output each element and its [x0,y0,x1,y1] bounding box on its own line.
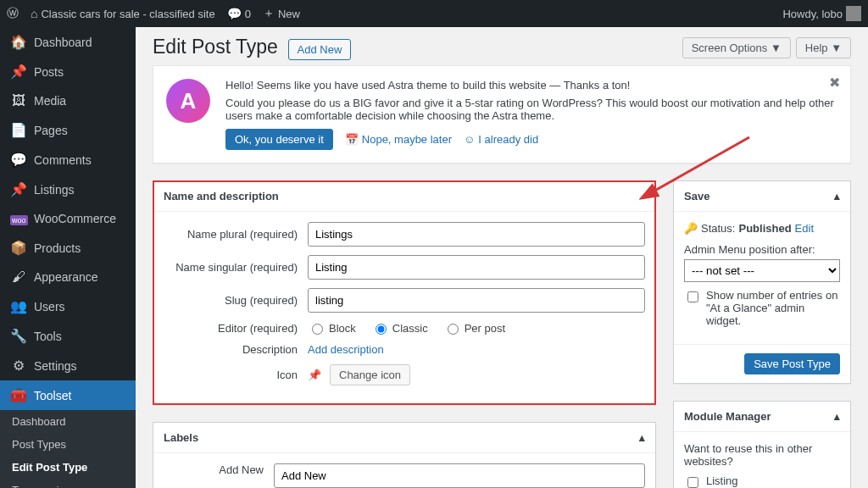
menu-icon: 🧰 [10,387,27,403]
pushpin-icon: 📌 [308,369,321,381]
sidebar-item-posts[interactable]: 📌Posts [0,57,136,86]
astra-notice: A Hello! Seems like you have used Astra … [153,65,851,164]
add-new-label: Add New [164,463,274,476]
editor-radio-block[interactable]: Block [308,321,356,335]
module-reuse-text: Want to reuse this in other websites? [684,442,840,468]
labels-panel: Labels▴ Add New The add new text. The de… [153,422,656,488]
notice-later-link[interactable]: 📅 Nope, maybe later [345,133,452,146]
panel-heading: Module Manager [684,410,771,423]
sidebar-item-users[interactable]: 👥Users [0,291,136,321]
menu-icon: woo [10,211,27,226]
editor-label: Editor (required) [164,322,308,335]
new-link[interactable]: ＋New [263,6,300,21]
sidebar-item-toolset[interactable]: 🧰Toolset [0,380,136,410]
menu-icon: 🔧 [10,328,27,344]
menu-position-select[interactable]: --- not set --- [684,259,840,282]
status-label: Status: [701,222,735,235]
menu-icon: 📌 [10,181,27,197]
menu-icon: 📄 [10,122,27,138]
editor-radio-classic[interactable]: Classic [371,321,428,335]
sidebar-item-products[interactable]: 📦Products [0,233,136,263]
comments-link[interactable]: 💬0 [227,7,251,20]
sidebar-item-comments[interactable]: 💬Comments [0,145,136,175]
notice-ok-button[interactable]: Ok, you deserve it [225,129,333,150]
add-description-link[interactable]: Add description [308,343,384,356]
menu-icon: 💬 [10,152,27,168]
singular-label: Name singular (required) [164,261,308,274]
plural-input[interactable] [308,222,645,247]
screen-options-button[interactable]: Screen Options ▼ [682,37,791,58]
submenu-taxonomies[interactable]: Taxonomies [0,479,136,488]
panel-heading: Name and description [164,190,279,202]
icon-label: Icon [164,369,308,381]
sidebar-item-media[interactable]: 🖼Media [0,86,136,115]
at-a-glance-checkbox[interactable] [687,291,698,302]
slug-label: Slug (required) [164,294,308,307]
sidebar-item-dashboard[interactable]: 🏠Dashboard [0,27,136,57]
add-new-button[interactable]: Add New [288,39,352,60]
menu-icon: 🖼 [10,93,27,108]
description-label: Description [164,343,308,356]
menu-icon: ⚙ [10,358,27,374]
notice-done-link[interactable]: ☺ I already did [464,133,538,146]
sidebar-item-pages[interactable]: 📄Pages [0,115,136,145]
module-listing-checkbox[interactable] [687,477,698,488]
site-link[interactable]: ⌂Classic cars for sale - classified site [31,7,215,20]
change-icon-button[interactable]: Change icon [330,364,410,385]
panel-heading: Labels [164,431,198,444]
submenu-dashboard[interactable]: Dashboard [0,410,136,433]
toggle-icon[interactable]: ▴ [834,410,840,423]
notice-line2: Could you please do us a BIG favor and g… [225,97,837,122]
submenu-post-types[interactable]: Post Types [0,433,136,456]
sidebar-item-appearance[interactable]: 🖌Appearance [0,263,136,291]
menu-icon: 📌 [10,64,27,80]
submenu-edit-post-type[interactable]: Edit Post Type [0,456,136,479]
page-title: Edit Post Type [153,36,278,58]
sidebar-item-listings[interactable]: 📌Listings [0,175,136,204]
help-button[interactable]: Help ▼ [796,37,851,58]
edit-status-link[interactable]: Edit [795,222,814,235]
singular-input[interactable] [308,255,645,280]
avatar [846,6,861,21]
key-icon: 🔑 [684,222,698,235]
close-icon[interactable]: ✖ [829,75,840,91]
wp-logo[interactable]: ⓦ [7,6,19,21]
slug-input[interactable] [308,288,645,313]
checkbox-label: Listing [706,474,738,487]
content-area: Edit Post Type Add New Screen Options ▼ … [136,27,868,488]
notice-line1: Hello! Seems like you have used Astra th… [225,79,837,92]
admin-sidebar: 🏠Dashboard📌Posts🖼Media📄Pages💬Comments📌Li… [0,27,136,488]
menu-icon: 🖌 [10,269,27,285]
sidebar-item-settings[interactable]: ⚙Settings [0,351,136,380]
menu-icon: 🏠 [10,34,27,50]
status-value: Published [738,222,791,235]
menu-icon: 👥 [10,298,27,314]
menu-position-label: Admin Menu position after: [684,243,840,256]
howdy[interactable]: Howdy, lobo [782,6,861,21]
toggle-icon[interactable]: ▴ [639,431,645,444]
save-panel: Save▴ 🔑 Status: Published Edit Admin Men… [673,180,851,384]
checkbox-label: Show number of entries on "At a Glance" … [706,289,840,327]
name-description-panel: Name and description Name plural (requir… [153,180,656,405]
admin-bar: ⓦ ⌂Classic cars for sale - classified si… [0,0,868,27]
plural-label: Name plural (required) [164,228,308,241]
sidebar-item-tools[interactable]: 🔧Tools [0,321,136,351]
module-manager-panel: Module Manager▴ Want to reuse this in ot… [673,401,851,488]
save-post-type-button[interactable]: Save Post Type [744,353,840,374]
astra-logo: A [166,79,210,123]
toggle-icon[interactable]: ▴ [834,190,840,202]
add-new-input[interactable] [274,463,645,488]
panel-heading: Save [684,190,709,202]
menu-icon: 📦 [10,240,27,256]
editor-radio-per-post[interactable]: Per post [443,321,505,335]
sidebar-item-woocommerce[interactable]: wooWooCommerce [0,204,136,233]
